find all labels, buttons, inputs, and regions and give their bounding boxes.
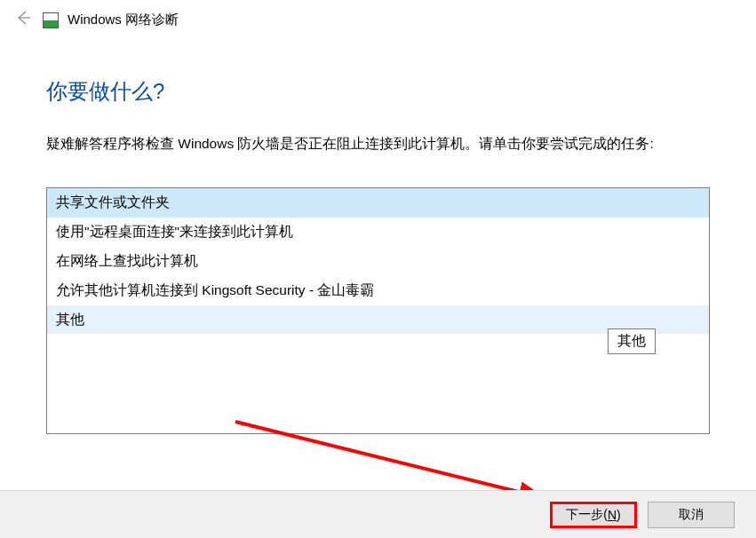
cancel-button[interactable]: 取消	[648, 502, 735, 528]
content-area: 你要做什么? 疑难解答程序将检查 Windows 防火墙是否正在阻止连接到此计算…	[0, 36, 756, 434]
app-icon	[43, 12, 59, 28]
list-item[interactable]: 共享文件或文件夹	[47, 188, 709, 218]
list-item[interactable]: 允许其他计算机连接到 Kingsoft Security - 金山毒霸	[47, 276, 709, 305]
page-heading: 你要做什么?	[46, 77, 710, 106]
tooltip: 其他	[608, 328, 656, 354]
footer-bar: 下一步(N) 取消	[0, 490, 756, 538]
list-item[interactable]: 使用"远程桌面连接"来连接到此计算机	[47, 218, 709, 247]
next-button-accelerator: N	[608, 508, 617, 522]
header-row: Windows 网络诊断	[0, 0, 756, 36]
back-arrow-icon[interactable]	[12, 9, 34, 31]
next-button[interactable]: 下一步(N)	[550, 502, 637, 528]
next-button-label-suffix: )	[617, 508, 621, 522]
window-title: Windows 网络诊断	[68, 12, 179, 28]
options-listbox[interactable]: 共享文件或文件夹使用"远程桌面连接"来连接到此计算机在网络上查找此计算机允许其他…	[46, 187, 710, 434]
next-button-label-prefix: 下一步(	[566, 507, 608, 523]
page-description: 疑难解答程序将检查 Windows 防火墙是否正在阻止连接到此计算机。请单击你要…	[46, 132, 710, 155]
list-item[interactable]: 在网络上查找此计算机	[47, 247, 709, 276]
